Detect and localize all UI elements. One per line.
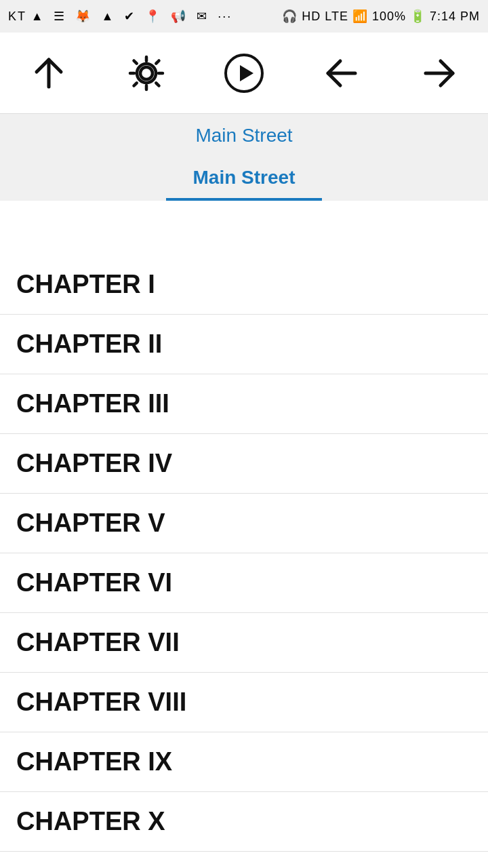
status-left-text: KT ▲ ☰ 🦊 ▲ ✔ 📍 📢 ✉ ··· (8, 9, 232, 24)
status-right-text: 🎧 HD LTE 📶 100% 🔋 7:14 PM (282, 9, 480, 24)
chapter-item[interactable]: CHAPTER X (0, 792, 488, 852)
chapter-item[interactable]: CHAPTER VIII (0, 673, 488, 732)
chapter-item[interactable]: CHAPTER IV (0, 434, 488, 494)
chapter-item[interactable]: CHAPTER I (0, 255, 488, 315)
chapter-list: CHAPTER ICHAPTER IICHAPTER IIICHAPTER IV… (0, 255, 488, 868)
forward-button[interactable] (419, 53, 460, 94)
tab-bar: Main Street (0, 157, 488, 201)
toolbar (0, 33, 488, 114)
up-button[interactable] (28, 53, 69, 94)
chapter-item[interactable]: CHAPTER IX (0, 732, 488, 792)
status-right: 🎧 HD LTE 📶 100% 🔋 7:14 PM (282, 9, 480, 24)
svg-marker-4 (240, 65, 253, 81)
chapter-item[interactable]: CHAPTER V (0, 494, 488, 553)
status-left: KT ▲ ☰ 🦊 ▲ ✔ 📍 📢 ✉ ··· (8, 9, 232, 24)
chapter-item[interactable]: CHAPTER II (0, 315, 488, 374)
main-street-tab[interactable]: Main Street (166, 157, 323, 201)
back-button[interactable] (321, 53, 362, 94)
chapter-item[interactable]: CHAPTER VII (0, 613, 488, 673)
header-area: Main Street Main Street (0, 114, 488, 201)
header-title: Main Street (0, 125, 488, 157)
chapter-item[interactable]: CHAPTER XI (0, 852, 488, 868)
svg-point-1 (140, 67, 152, 79)
chapter-item[interactable]: CHAPTER VI (0, 553, 488, 613)
play-button[interactable] (224, 53, 264, 94)
status-bar: KT ▲ ☰ 🦊 ▲ ✔ 📍 📢 ✉ ··· 🎧 HD LTE 📶 100% 🔋… (0, 0, 488, 33)
spacer (0, 201, 488, 255)
chapter-item[interactable]: CHAPTER III (0, 374, 488, 434)
settings-button[interactable] (126, 53, 167, 94)
